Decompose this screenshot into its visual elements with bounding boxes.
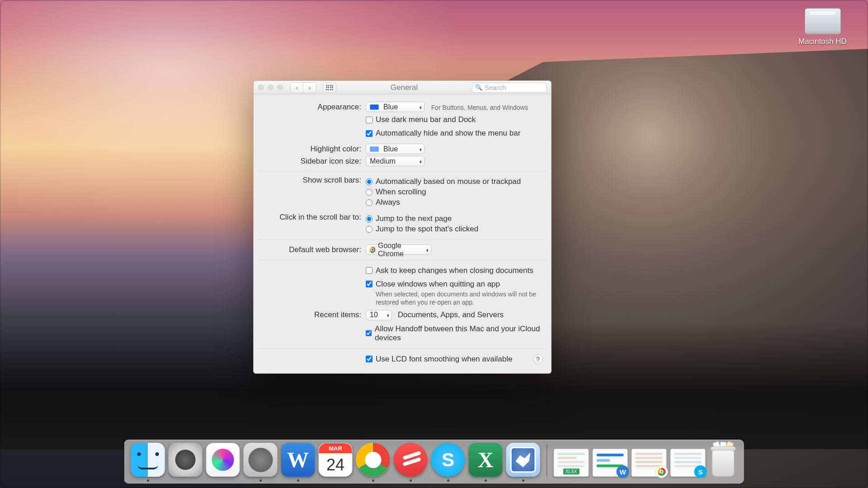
dock-app-skype[interactable]: S [431,443,465,477]
dock-app-mail[interactable] [506,443,540,477]
help-button[interactable]: ? [533,354,543,364]
default-browser-label: Default web browser: [262,245,366,254]
window-traffic-lights [258,84,283,90]
calendar-day: 24 [319,453,352,476]
recent-items-label: Recent items: [262,310,366,319]
sidebar-icon-size-value: Medium [370,157,396,165]
zoom-button[interactable] [277,84,283,90]
dock-window-excel[interactable]: XLSX [554,449,589,477]
highlight-value: Blue [383,145,398,153]
default-browser-dropdown[interactable]: Google Chrome [366,244,431,255]
lcd-font-smoothing-checkbox[interactable]: Use LCD font smoothing when available [366,355,533,364]
nav-back-forward: ‹ › [290,82,316,93]
close-windows-checkbox[interactable]: Close windows when quitting an app [366,280,543,289]
calendar-month: MAR [319,443,352,453]
highlight-chip-icon [370,146,379,152]
scroll-auto-radio[interactable]: Automatically based on mouse or trackpad [366,177,543,186]
dock-app-finder[interactable] [131,443,165,477]
dock-app-chrome[interactable] [356,443,390,477]
show-all-button[interactable] [323,83,336,93]
dock-app-system-preferences[interactable] [244,443,278,477]
appearance-dropdown[interactable]: Blue [366,102,425,112]
appearance-value: Blue [383,103,398,111]
click-scroll-bar-label: Click in the scroll bar to: [262,213,366,222]
dock-window-chrome[interactable] [632,449,667,477]
drive-icon [805,8,841,34]
desktop-drive-macintosh-hd[interactable]: Macintosh HD [794,8,851,46]
recent-items-dropdown[interactable]: 10 [366,310,392,320]
general-preferences-pane: Appearance: Blue For Buttons, Menus, and… [254,94,551,373]
window-titlebar[interactable]: ‹ › General 🔍 Search [254,81,551,94]
highlight-label: Highlight color: [262,145,366,154]
close-windows-hint: When selected, open documents and window… [376,290,538,306]
minimize-button[interactable] [268,84,274,90]
dock-app-word[interactable]: W [281,443,315,477]
skype-mini-icon: S [694,465,707,478]
dark-menu-label: Use dark menu bar and Dock [376,115,476,124]
appearance-label: Appearance: [262,103,366,112]
default-browser-value: Google Chrome [378,242,422,258]
dock-window-word[interactable]: W [593,449,628,477]
xlsx-badge: XLSX [563,469,580,474]
highlight-dropdown[interactable]: Blue [366,144,425,154]
dock-app-calendar[interactable]: MAR 24 [319,443,353,477]
show-scroll-bars-label: Show scroll bars: [262,176,366,185]
back-button[interactable]: ‹ [291,83,303,93]
system-preferences-window: ‹ › General 🔍 Search Appearance: Blue Fo… [253,80,552,374]
blue-chip-icon [370,104,379,110]
close-button[interactable] [258,84,264,90]
dock-window-skype[interactable]: S [670,449,706,477]
dock: ♪ W MAR 24 S X XLSX W S [124,440,744,483]
jump-to-spot-radio[interactable]: Jump to the spot that's clicked [366,225,543,234]
recent-items-hint: Documents, Apps, and Servers [398,310,504,319]
sidebar-icon-size-label: Sidebar icon size: [262,157,366,166]
handoff-checkbox[interactable]: Allow Handoff between this Mac and your … [366,324,543,343]
dock-app-launchpad[interactable] [169,443,203,477]
forward-button[interactable]: › [303,83,316,93]
scroll-when-scrolling-radio[interactable]: When scrolling [366,188,543,197]
dark-menu-checkbox[interactable]: Use dark menu bar and Dock [366,115,543,124]
recent-items-value: 10 [370,311,378,319]
appearance-hint: For Buttons, Menus, and Windows [431,104,528,111]
dock-trash[interactable] [709,443,737,477]
drive-label: Macintosh HD [794,37,851,46]
auto-hide-menu-label: Automatically hide and show the menu bar [376,129,520,138]
dock-app-todoist[interactable] [394,443,428,477]
search-placeholder: Search [485,84,506,91]
chrome-mini-icon [656,465,668,478]
auto-hide-menu-checkbox[interactable]: Automatically hide and show the menu bar [366,129,543,138]
search-field[interactable]: 🔍 Search [472,83,547,93]
chrome-icon [370,247,375,253]
dock-app-itunes[interactable]: ♪ [206,443,240,477]
search-icon: 🔍 [475,84,482,91]
scroll-always-radio[interactable]: Always [366,198,543,207]
jump-next-page-radio[interactable]: Jump to the next page [366,214,543,223]
word-mini-icon: W [617,465,629,478]
dock-divider [547,444,547,477]
sidebar-icon-size-dropdown[interactable]: Medium [366,156,425,166]
ask-keep-changes-checkbox[interactable]: Ask to keep changes when closing documen… [366,266,543,275]
window-title: General [340,83,468,92]
dock-app-excel[interactable]: X [469,443,503,477]
